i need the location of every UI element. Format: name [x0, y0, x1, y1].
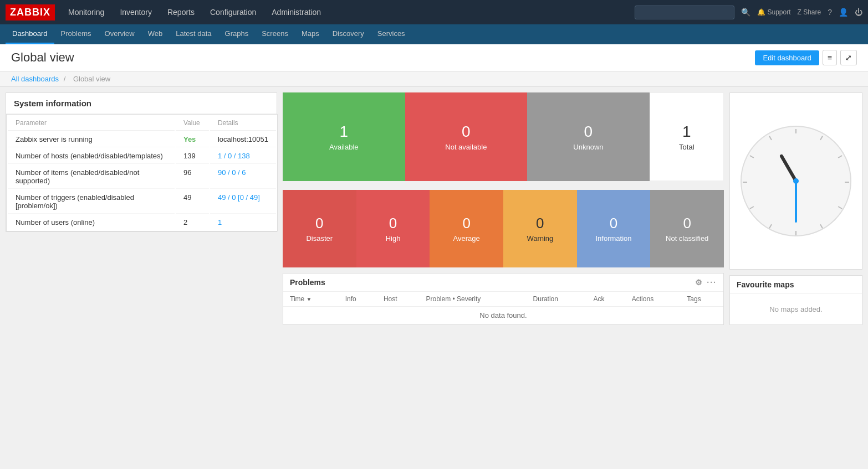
- not-classified-block: 0 Not classified: [650, 190, 724, 267]
- warning-count: 0: [536, 215, 544, 232]
- header-buttons: Edit dashboard ≡ ⤢: [755, 50, 857, 65]
- col-value: Value: [176, 116, 209, 131]
- breadcrumb-all-dashboards[interactable]: All dashboards: [11, 75, 59, 83]
- problems-panel: Problems ⚙ ··· Time ▼ Info Host Proble: [283, 273, 724, 325]
- tab-maps[interactable]: Maps: [295, 24, 326, 44]
- nav-inventory[interactable]: Inventory: [118, 1, 154, 23]
- tab-web[interactable]: Web: [141, 24, 170, 44]
- details-items: 90 / 0 / 6: [210, 165, 276, 189]
- tab-services[interactable]: Services: [371, 24, 412, 44]
- logo: ZABBIX: [6, 4, 55, 20]
- sort-arrow-icon: ▼: [307, 296, 312, 302]
- col-ack: Ack: [587, 292, 625, 307]
- value-server-running: Yes: [176, 132, 209, 147]
- high-count: 0: [389, 215, 397, 232]
- details-hosts: 1 / 0 / 138: [210, 148, 276, 164]
- high-block: 0 High: [356, 190, 430, 267]
- not-available-label: Not available: [445, 143, 487, 151]
- average-block: 0 Average: [430, 190, 503, 267]
- clock-minute-hand: [795, 181, 797, 223]
- param-hosts: Number of hosts (enabled/disabled/templa…: [8, 148, 175, 164]
- problems-table: Time ▼ Info Host Problem • Severity Dura…: [283, 292, 723, 324]
- sub-nav: Dashboard Problems Overview Web Latest d…: [0, 24, 868, 44]
- value-triggers: 49: [176, 190, 209, 214]
- favourite-maps-panel: Favourite maps No maps added.: [729, 275, 862, 325]
- gear-icon[interactable]: ⚙: [695, 278, 702, 287]
- total-count: 1: [682, 123, 691, 141]
- clock-widget: [729, 92, 862, 270]
- available-count: 1: [339, 123, 348, 141]
- disaster-block: 0 Disaster: [283, 190, 356, 267]
- value-items: 96: [176, 165, 209, 189]
- col-parameter: Parameter: [8, 116, 175, 131]
- nav-reports[interactable]: Reports: [165, 1, 197, 23]
- col-duration: Duration: [527, 292, 587, 307]
- details-triggers: 49 / 0 [0 / 49]: [210, 190, 276, 214]
- tab-dashboard[interactable]: Dashboard: [6, 24, 54, 44]
- table-row: Zabbix server is running Yes localhost:1…: [8, 132, 276, 147]
- param-users: Number of users (online): [8, 215, 175, 230]
- disaster-count: 0: [315, 215, 323, 232]
- col-tags: Tags: [680, 292, 723, 307]
- col-time[interactable]: Time ▼: [283, 292, 339, 307]
- tab-latest-data[interactable]: Latest data: [169, 24, 218, 44]
- fullscreen-button[interactable]: ⤢: [840, 50, 857, 65]
- not-available-count: 0: [462, 123, 471, 141]
- no-data-row: No data found.: [283, 307, 723, 324]
- clock-hour-hand: [779, 154, 798, 182]
- clock: [741, 126, 851, 236]
- col-host: Host: [377, 292, 420, 307]
- warning-label: Warning: [527, 234, 553, 243]
- param-triggers: Number of triggers (enabled/disabled [pr…: [8, 190, 175, 214]
- support-link[interactable]: 🔔 Support: [757, 8, 790, 16]
- tab-screens[interactable]: Screens: [255, 24, 295, 44]
- col-details: Details: [210, 116, 276, 131]
- user-icon[interactable]: 👤: [839, 8, 848, 17]
- favourite-maps-header: Favourite maps: [730, 276, 862, 294]
- not-classified-count: 0: [683, 215, 691, 232]
- system-info-table: Parameter Value Details Zabbix server is…: [6, 114, 278, 231]
- param-server-running: Zabbix server is running: [8, 132, 175, 147]
- table-row: Number of users (online) 2 1: [8, 215, 276, 230]
- nav-monitoring[interactable]: Monitoring: [66, 1, 106, 23]
- warning-block: 0 Warning: [503, 190, 577, 267]
- high-label: High: [386, 234, 401, 243]
- table-row: Number of hosts (enabled/disabled/templa…: [8, 148, 276, 164]
- disaster-label: Disaster: [306, 234, 333, 243]
- no-maps-message: No maps added.: [730, 294, 862, 324]
- unknown-block: 0 Unknown: [527, 92, 650, 181]
- average-count: 0: [462, 215, 470, 232]
- content-area: System information Parameter Value Detai…: [0, 87, 868, 331]
- value-users: 2: [176, 215, 209, 230]
- not-classified-label: Not classified: [666, 234, 708, 243]
- top-nav: ZABBIX Monitoring Inventory Reports Conf…: [0, 0, 868, 24]
- system-info-panel: System information Parameter Value Detai…: [6, 92, 277, 232]
- nav-administration[interactable]: Administration: [269, 1, 323, 23]
- unknown-label: Unknown: [573, 143, 603, 151]
- tab-problems[interactable]: Problems: [54, 24, 98, 44]
- col-info: Info: [339, 292, 377, 307]
- help-icon[interactable]: ?: [828, 8, 832, 17]
- dashboard-menu-button[interactable]: ≡: [823, 50, 837, 65]
- unknown-count: 0: [584, 123, 593, 141]
- tab-discovery[interactable]: Discovery: [326, 24, 371, 44]
- share-link[interactable]: Z Share: [798, 8, 821, 16]
- problems-title: Problems: [290, 278, 325, 287]
- tab-overview[interactable]: Overview: [98, 24, 141, 44]
- severity-blocks: 0 Disaster 0 High 0 Average 0 Warning 0 …: [283, 190, 724, 267]
- nav-configuration[interactable]: Configuration: [208, 1, 258, 23]
- param-items: Number of items (enabled/disabled/not su…: [8, 165, 175, 189]
- search-icon[interactable]: 🔍: [741, 8, 750, 17]
- clock-face: [741, 126, 851, 236]
- available-block: 1 Available: [283, 92, 405, 181]
- left-column: System information Parameter Value Detai…: [6, 92, 277, 232]
- clock-center-dot: [793, 178, 799, 184]
- tab-graphs[interactable]: Graphs: [218, 24, 256, 44]
- search-input[interactable]: [635, 6, 734, 19]
- information-count: 0: [610, 215, 617, 232]
- top-nav-right: 🔍 🔔 Support Z Share ? 👤 ⏻: [635, 6, 862, 19]
- edit-dashboard-button[interactable]: Edit dashboard: [755, 50, 819, 65]
- power-icon[interactable]: ⏻: [855, 8, 862, 17]
- dots-menu-icon[interactable]: ···: [707, 278, 717, 287]
- details-server-running: localhost:10051: [210, 132, 276, 147]
